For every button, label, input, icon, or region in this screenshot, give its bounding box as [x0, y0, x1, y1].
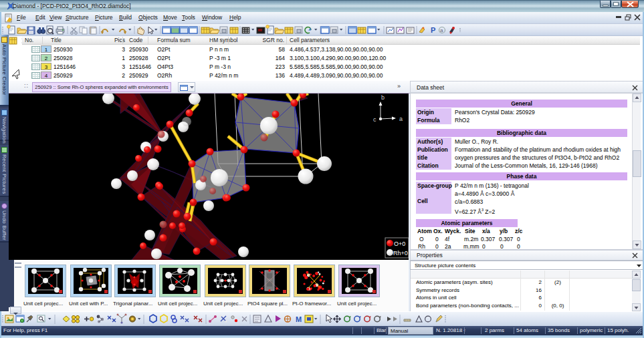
svg-text:c: c — [373, 116, 377, 123]
svg-text:M: M — [296, 315, 302, 323]
svg-text:a: a — [440, 27, 443, 33]
svg-text:Rh+0: Rh+0 — [393, 250, 408, 257]
svg-text:O+0: O+0 — [394, 240, 405, 247]
svg-text:P: P — [431, 26, 435, 34]
svg-text:b: b — [381, 94, 385, 101]
svg-text:a: a — [399, 116, 403, 122]
